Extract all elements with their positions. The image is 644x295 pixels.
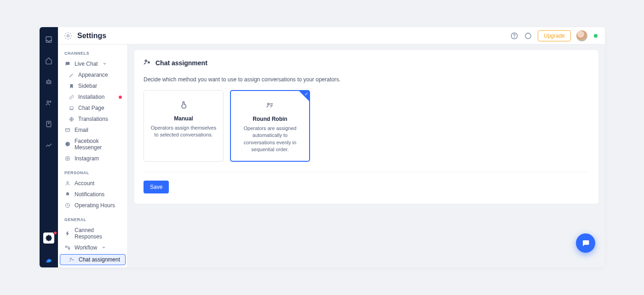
sidebar-item-label: Translations xyxy=(78,116,108,122)
sidebar-item-label: Chat assignment xyxy=(79,256,120,263)
sidebar-item-appearance[interactable]: Appearance xyxy=(58,69,127,80)
svg-point-12 xyxy=(514,37,515,38)
chat-assignment-card: Chat assignment Decide which method you … xyxy=(134,50,598,204)
workflow-icon xyxy=(64,244,71,251)
option-round-robin[interactable]: Round Robin Operators are assigned autom… xyxy=(230,90,310,162)
sidebar-item-label: Chat Page xyxy=(78,105,104,111)
sidebar-item-notifications[interactable]: Notifications xyxy=(58,189,127,200)
icon-rail xyxy=(40,27,58,267)
sidebar-item-label: Operating Hours xyxy=(75,202,115,209)
chat-fab[interactable] xyxy=(576,233,595,253)
rail-inbox[interactable] xyxy=(44,34,54,45)
svg-point-24 xyxy=(70,258,72,260)
sidebar-item-operating-hours[interactable]: Operating Hours xyxy=(58,200,127,211)
chevron-down-icon xyxy=(103,61,107,67)
svg-point-5 xyxy=(50,101,51,102)
sidebar-item-canned-responses[interactable]: Canned Responses xyxy=(58,225,127,242)
svg-point-27 xyxy=(268,103,270,105)
gear-icon xyxy=(63,31,73,40)
sidebar-item-label: Installation xyxy=(78,94,104,100)
svg-point-7 xyxy=(48,123,50,124)
save-button[interactable]: Save xyxy=(144,181,169,193)
sidebar-item-label: Live Chat xyxy=(75,61,98,67)
rail-analytics[interactable] xyxy=(44,140,54,150)
bookmark-icon xyxy=(68,83,75,89)
svg-point-19 xyxy=(67,158,69,159)
sidebar-item-automatic-solve[interactable]: Automatic solve xyxy=(58,266,127,267)
settings-sidebar: CHANNELS Live Chat Appearance Sidebar In… xyxy=(58,27,128,267)
sidebar-item-email[interactable]: Email xyxy=(58,125,127,136)
avatar[interactable] xyxy=(576,30,587,41)
sidebar-item-messenger[interactable]: Facebook Messenger xyxy=(58,136,127,153)
sidebar-item-label: Account xyxy=(75,180,94,187)
messenger-icon xyxy=(64,141,71,148)
mail-icon xyxy=(64,127,71,133)
rail-logo[interactable] xyxy=(40,252,58,267)
svg-point-10 xyxy=(67,34,69,37)
laptop-icon xyxy=(68,105,75,111)
help-icon[interactable] xyxy=(510,32,518,40)
option-manual[interactable]: Manual Operators assign themselves to se… xyxy=(144,90,224,162)
rail-contacts[interactable] xyxy=(44,98,54,108)
svg-point-4 xyxy=(47,101,49,102)
rail-home[interactable] xyxy=(44,56,54,66)
chevron-down-icon xyxy=(102,244,106,251)
sidebar-item-chat-assignment[interactable]: Chat assignment xyxy=(60,254,126,265)
status-online-dot xyxy=(594,34,598,38)
card-description: Decide which method you want to use to a… xyxy=(144,76,589,83)
sidebar-section-general: GENERAL xyxy=(58,216,127,225)
sidebar-item-instagram[interactable]: Instagram xyxy=(58,153,127,164)
rail-bot[interactable] xyxy=(44,77,54,87)
sidebar-item-label: Notifications xyxy=(75,191,104,198)
user-icon xyxy=(64,180,71,187)
hand-tap-icon xyxy=(150,100,217,110)
selected-check-icon xyxy=(299,91,309,101)
svg-point-20 xyxy=(67,182,69,183)
globe-icon xyxy=(68,116,75,122)
option-title: Manual xyxy=(150,115,217,122)
page-title: Settings xyxy=(77,32,106,40)
instagram-icon xyxy=(64,155,71,162)
sidebar-item-workflow[interactable]: Workflow xyxy=(58,242,127,253)
people-list-icon xyxy=(237,100,303,110)
svg-rect-18 xyxy=(66,157,69,160)
sidebar-item-live-chat[interactable]: Live Chat xyxy=(58,58,127,69)
upgrade-button[interactable]: Upgrade xyxy=(538,30,571,41)
main-content: Chat assignment Decide which method you … xyxy=(128,27,605,267)
assign-icon xyxy=(144,58,151,67)
rail-settings-badge xyxy=(53,231,57,235)
rail-settings[interactable] xyxy=(43,233,54,244)
link-icon xyxy=(68,94,75,100)
bell-icon xyxy=(64,191,71,198)
sidebar-item-label: Appearance xyxy=(78,72,108,78)
clock-icon xyxy=(64,202,71,209)
svg-point-3 xyxy=(49,82,50,82)
bolt-icon xyxy=(64,230,71,237)
sidebar-section-channels: CHANNELS xyxy=(58,49,127,58)
svg-point-26 xyxy=(145,60,147,62)
rail-book[interactable] xyxy=(44,119,54,129)
sidebar-item-translations[interactable]: Translations xyxy=(58,113,127,125)
top-header: Settings Upgrade xyxy=(58,27,605,45)
svg-rect-14 xyxy=(69,107,73,109)
sidebar-item-account[interactable]: Account xyxy=(58,178,127,189)
sidebar-item-chat-page[interactable]: Chat Page xyxy=(58,102,127,113)
sidebar-item-label: Canned Responses xyxy=(75,227,121,240)
pencil-icon xyxy=(68,72,75,78)
svg-point-13 xyxy=(525,33,531,39)
card-title: Chat assignment xyxy=(155,59,207,67)
assign-icon xyxy=(69,256,75,263)
svg-point-17 xyxy=(66,142,70,146)
sidebar-item-label: Sidebar xyxy=(78,83,97,89)
chat-bubble-icon xyxy=(64,61,71,67)
svg-rect-22 xyxy=(66,246,67,248)
notifications-icon[interactable] xyxy=(524,32,532,40)
sidebar-item-sidebar[interactable]: Sidebar xyxy=(58,80,127,91)
sidebar-item-label: Workflow xyxy=(75,244,97,251)
sidebar-item-installation[interactable]: Installation xyxy=(58,91,127,102)
sidebar-item-label: Email xyxy=(75,127,88,133)
sidebar-item-label: Facebook Messenger xyxy=(75,138,121,151)
option-title: Round Robin xyxy=(237,116,303,122)
sidebar-section-personal: PERSONAL xyxy=(58,169,127,178)
option-description: Operators assign themselves to selected … xyxy=(150,125,217,139)
